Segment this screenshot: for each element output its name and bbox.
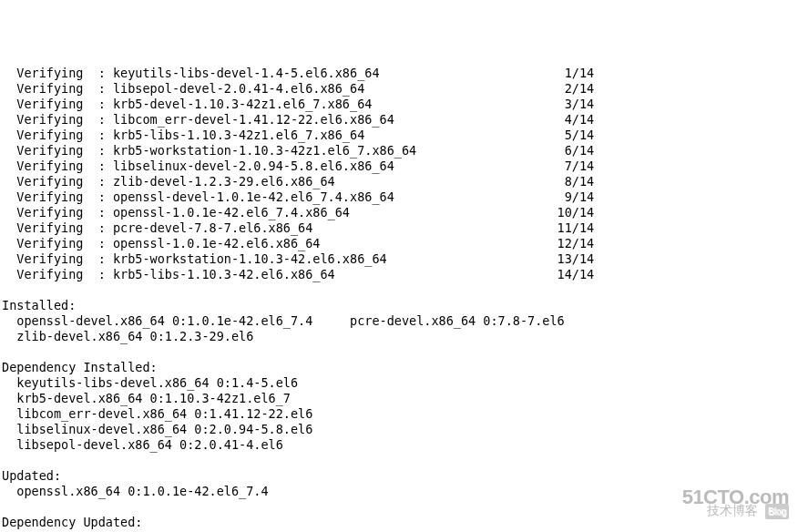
updated-header: Updated: <box>2 468 796 484</box>
dep-installed-pkg: libsepol-devel.x86_64 0:2.0.41-4.el6 <box>2 437 796 453</box>
installed-pkg: zlib-devel.x86_64 0:1.2.3-29.el6 <box>2 329 796 344</box>
terminal-output: Verifying : keyutils-libs-devel-1.4-5.el… <box>2 66 796 532</box>
verify-row-1: Verifying : keyutils-libs-devel-1.4-5.el… <box>2 66 796 81</box>
verify-row-3: Verifying : krb5-devel-1.10.3-42z1.el6_7… <box>2 97 796 112</box>
blank <box>2 499 796 515</box>
dep-installed-pkg: krb5-devel.x86_64 0:1.10.3-42z1.el6_7 <box>2 391 796 406</box>
verify-row-4: Verifying : libcom_err-devel-1.41.12-22.… <box>2 112 796 128</box>
verify-row-10: Verifying : openssl-1.0.1e-42.el6_7.4.x8… <box>2 205 796 220</box>
verify-row-14: Verifying : krb5-libs-1.10.3-42.el6.x86_… <box>2 267 796 282</box>
dep-installed-header: Dependency Installed: <box>2 360 796 375</box>
verify-row-12: Verifying : openssl-1.0.1e-42.el6.x86_64… <box>2 236 796 251</box>
blank <box>2 282 796 298</box>
installed-pkg: openssl-devel.x86_64 0:1.0.1e-42.el6_7.4… <box>2 313 796 329</box>
verify-row-6: Verifying : krb5-workstation-1.10.3-42z1… <box>2 143 796 159</box>
verify-row-7: Verifying : libselinux-devel-2.0.94-5.8.… <box>2 159 796 174</box>
updated-pkg: openssl.x86_64 0:1.0.1e-42.el6_7.4 <box>2 484 796 499</box>
dep-installed-pkg: libcom_err-devel.x86_64 0:1.41.12-22.el6 <box>2 406 796 422</box>
verify-row-5: Verifying : krb5-libs-1.10.3-42z1.el6_7.… <box>2 128 796 143</box>
installed-header: Installed: <box>2 298 796 313</box>
dep-installed-pkg: libselinux-devel.x86_64 0:2.0.94-5.8.el6 <box>2 422 796 437</box>
verify-row-8: Verifying : zlib-devel-1.2.3-29.el6.x86_… <box>2 174 796 189</box>
verify-row-11: Verifying : pcre-devel-7.8-7.el6.x86_64 … <box>2 220 796 236</box>
verify-row-13: Verifying : krb5-workstation-1.10.3-42.e… <box>2 251 796 267</box>
dep-installed-pkg: keyutils-libs-devel.x86_64 0:1.4-5.el6 <box>2 375 796 391</box>
verify-row-9: Verifying : openssl-devel-1.0.1e-42.el6_… <box>2 189 796 205</box>
verify-row-2: Verifying : libsepol-devel-2.0.41-4.el6.… <box>2 81 796 97</box>
blank <box>2 453 796 468</box>
blank <box>2 344 796 360</box>
dep-updated-header: Dependency Updated: <box>2 515 796 530</box>
